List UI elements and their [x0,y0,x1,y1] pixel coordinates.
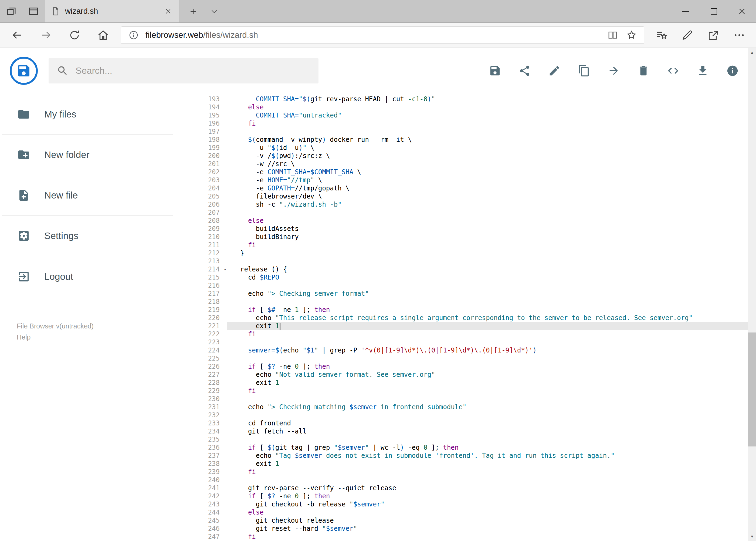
code-line[interactable]: 196 fi [175,119,756,128]
scrollbar-thumb[interactable] [748,332,756,446]
code-line[interactable]: 237 echo "Tag $semver does not exist in … [175,452,756,460]
code-line[interactable]: 229 fi [175,387,756,395]
code-line[interactable]: 204 -e GOPATH=//tmp/gopath \ [175,184,756,192]
code-line[interactable]: 212} [175,249,756,257]
save-button[interactable] [484,60,506,82]
code-line[interactable]: 215 cd $REPO [175,273,756,281]
code-line[interactable]: 236 if [ $(git tag | grep "$semver" | wc… [175,443,756,452]
sidebar-item-new-file[interactable]: New file [2,175,173,216]
code-line[interactable]: 225 [175,354,756,362]
code-line[interactable]: 210 buildBinary [175,233,756,241]
download-button[interactable] [692,60,714,82]
move-button[interactable] [603,60,625,82]
help-link[interactable]: Help [17,332,175,343]
code-line[interactable]: 201 -w //src \ [175,160,756,168]
forward-button[interactable] [32,25,59,45]
code-line[interactable]: 244 else [175,508,756,516]
code-line[interactable]: 216 [175,281,756,289]
code-line[interactable]: 230 [175,395,756,403]
sidebar-item-my-files[interactable]: My files [2,94,173,135]
sidebar-item-settings[interactable]: Settings [2,216,173,256]
code-line[interactable]: 213 [175,257,756,265]
code-line[interactable]: 241 git rev-parse --verify --quiet relea… [175,484,756,492]
code-line[interactable]: 227 echo "Not valid semver format. See s… [175,370,756,379]
code-line[interactable]: 224 semver=$(echo "$1" | grep -P '^v(0|[… [175,346,756,354]
code-line[interactable]: 211 fi [175,241,756,249]
code-line[interactable]: 194 else [175,103,756,111]
browser-tab[interactable]: wizard.sh [45,0,180,22]
code-line[interactable]: 245 git checkout release [175,516,756,525]
back-button[interactable] [4,25,31,45]
code-line[interactable]: 208 else [175,217,756,225]
search-input[interactable] [76,65,310,76]
share-file-button[interactable] [514,60,536,82]
delete-button[interactable] [632,60,654,82]
scroll-up-button[interactable]: ▲ [748,48,756,57]
web-note-button[interactable] [674,25,700,45]
code-line[interactable]: 207 [175,209,756,217]
refresh-button[interactable] [61,25,88,45]
sidebar-item-logout[interactable]: Logout [2,256,173,297]
tab-close-icon[interactable] [163,6,173,17]
code-line[interactable]: 246 git reset --hard "$semver" [175,525,756,533]
set-aside-tabs-button[interactable] [4,4,18,18]
code-line[interactable]: 233 cd frontend [175,419,756,427]
share-button[interactable] [700,25,726,45]
code-line[interactable]: 232 [175,411,756,419]
code-line[interactable]: 247 fi [175,533,756,541]
code-line[interactable]: 239 fi [175,468,756,476]
rename-button[interactable] [543,60,566,82]
site-info-button[interactable] [126,28,140,42]
copy-button[interactable] [573,60,595,82]
code-line[interactable]: 223 [175,338,756,346]
code-line[interactable]: 205 filebrowser/dev \ [175,192,756,201]
fold-arrow-icon[interactable]: ▾ [224,265,226,273]
code-line[interactable]: 231 echo "> Checking matching $semver in… [175,403,756,411]
minimize-button[interactable] [672,0,700,22]
scrollbar-track[interactable] [748,57,756,532]
reading-view-button[interactable] [606,28,620,42]
address-bar-input[interactable]: filebrowser.web/files/wizard.sh [121,26,644,44]
close-button[interactable] [728,0,756,22]
hub-favorites-button[interactable] [648,25,674,45]
filebrowser-logo[interactable] [10,57,38,85]
code-line[interactable]: 226 if [ $? -ne 0 ]; then [175,362,756,370]
code-line[interactable]: 217 echo "> Checking semver format" [175,289,756,297]
home-button[interactable] [90,25,117,45]
code-line[interactable]: 214▾release () { [175,265,756,273]
raw-code-button[interactable] [662,60,684,82]
code-line[interactable]: 197 [175,128,756,136]
code-line[interactable]: 195 COMMIT_SHA="untracked" [175,111,756,119]
code-line[interactable]: 221 exit 1 [175,322,756,330]
file-info-button[interactable] [721,60,744,82]
sidebar-item-new-folder[interactable]: New folder [2,135,173,175]
more-options-button[interactable] [726,25,752,45]
tab-list-button[interactable] [207,4,221,18]
code-line[interactable]: 202 -e COMMIT_SHA=$COMMIT_SHA \ [175,168,756,176]
code-editor[interactable]: 193 COMMIT_SHA="$(git rev-parse HEAD | c… [175,94,756,541]
code-line[interactable]: 235 [175,435,756,443]
code-line[interactable]: 240 [175,476,756,484]
new-tab-button[interactable] [186,4,200,18]
code-line[interactable]: 218 [175,297,756,306]
code-line[interactable]: 206 sh -c "./wizard.sh -b" [175,201,756,209]
code-line[interactable]: 228 exit 1 [175,379,756,387]
code-line[interactable]: 193 COMMIT_SHA="$(git rev-parse HEAD | c… [175,95,756,103]
favorite-star-button[interactable] [625,28,638,42]
tab-preview-button[interactable] [26,4,41,18]
code-line[interactable]: 199 -u "$(id -u)" \ [175,144,756,152]
maximize-button[interactable] [700,0,728,22]
code-line[interactable]: 242 if [ $? -ne 0 ]; then [175,492,756,500]
code-line[interactable]: 238 exit 1 [175,460,756,468]
code-line[interactable]: 219 if [ $# -ne 1 ]; then [175,306,756,314]
code-line[interactable]: 198 $(command -v winpty) docker run --rm… [175,136,756,144]
scroll-down-button[interactable]: ▼ [748,532,756,541]
code-line[interactable]: 243 git checkout -b release "$semver" [175,500,756,508]
code-line[interactable]: 200 -v /$(pwd):/src:z \ [175,152,756,160]
code-line[interactable]: 203 -e HOME="//tmp" \ [175,176,756,184]
code-line[interactable]: 209 buildAssets [175,225,756,233]
search-box[interactable] [49,58,319,84]
code-line[interactable]: 220 echo "This release script requires a… [175,314,756,322]
code-line[interactable]: 234 git fetch --all [175,427,756,435]
code-line[interactable]: 222 fi [175,330,756,338]
